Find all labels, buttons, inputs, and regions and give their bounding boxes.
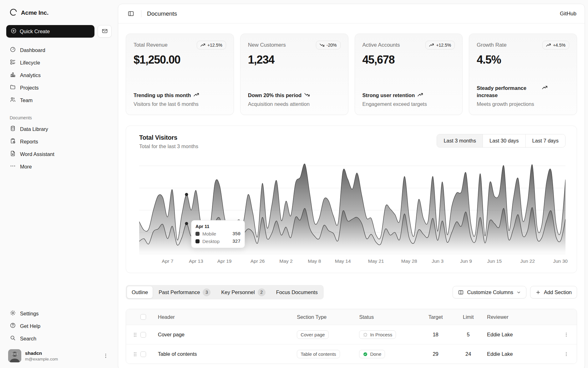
quick-create-row: Quick Create [6,25,112,38]
x-tick-label: Apr 13 [189,258,203,264]
trend-badge: +4.5% [542,41,569,49]
github-link[interactable]: GitHub [560,11,576,17]
sidebar-item-get-help[interactable]: Get Help [6,320,112,332]
user-name: shadcn [25,350,98,356]
dots-vertical-icon [103,353,109,359]
trend-badge-value: +12.5% [436,43,451,48]
chart-title: Total Visitors [139,134,198,141]
row-header-cell[interactable]: Cover page [155,332,297,338]
card-total-revenue: Total Revenue +12.5% $1,250.00 Trending … [126,34,234,115]
row-menu-button[interactable] [562,350,570,358]
row-limit-cell[interactable]: 24 [449,351,487,357]
sidebar-toggle-button[interactable] [126,9,135,18]
select-all-checkbox[interactable] [140,314,146,320]
visitors-area-chart[interactable]: Apr 11 Mobile 350 Desktop 327 [139,163,565,255]
sidebar-item-label: Dashboard [20,47,45,53]
trending-up-icon [542,86,547,90]
range-last-3-months[interactable]: Last 3 months [437,134,483,147]
trending-up-icon [200,43,205,47]
drag-handle[interactable] [130,332,140,338]
trending-down-icon [304,93,310,97]
tab-outline[interactable]: Outline [127,286,153,298]
sidebar-item-more[interactable]: More [6,160,112,173]
tooltip-row: Mobile 350 [195,231,241,236]
row-menu-button[interactable] [562,331,570,339]
tab-focus-documents[interactable]: Focus Documents [271,286,323,298]
main-panel: Documents GitHub Total Revenue +12.5% [118,4,585,368]
card-label: Growth Rate [477,41,506,48]
range-last-7-days[interactable]: Last 7 days [525,134,565,147]
row-reviewer-cell[interactable]: Eddie Lake [487,332,559,338]
sidebar-item-projects[interactable]: Projects [6,81,112,94]
tab-past-performance[interactable]: Past Performance 3 [154,286,215,298]
sidebar-item-label: More [20,164,32,170]
add-section-label: Add Section [544,289,572,295]
tab-key-personnel[interactable]: Key Personnel 2 [216,286,270,298]
row-header-cell[interactable]: Table of contents [155,351,297,357]
column-reviewer: Reviewer [487,314,559,320]
list-details-icon [10,59,16,66]
user-menu[interactable]: shadcn m@example.com [6,345,112,368]
plus-icon [535,290,541,295]
column-header: Header [155,314,297,320]
quick-create-button[interactable]: Quick Create [6,25,94,38]
column-status: Status [359,314,421,320]
row-target-cell[interactable]: 29 [422,351,450,357]
x-tick-label: May 2 [279,258,292,264]
card-growth-rate: Growth Rate +4.5% 4.5% Steady performanc… [469,34,577,115]
sections-table: Header Section Type Status Target Limit … [126,309,577,364]
row-reviewer-cell[interactable]: Eddie Lake [487,351,559,357]
page-header: Documents GitHub [118,4,585,23]
sidebar-item-team[interactable]: Team [6,94,112,106]
range-last-30-days[interactable]: Last 30 days [483,134,525,147]
trending-up-icon [194,93,199,97]
grip-icon [133,332,137,338]
page-title: Documents [147,10,177,17]
card-label: Total Revenue [134,41,168,48]
tooltip-series-value: 350 [232,231,241,236]
plus-circle-icon [11,28,17,35]
mobile-swatch [195,232,200,236]
table-row[interactable]: Cover page Cover page In Process 18 5 [126,325,577,344]
report-icon [10,138,16,145]
sidebar-item-search[interactable]: Search [6,332,112,345]
card-trend-line: Steady performance increase [477,85,569,99]
sidebar-item-lifecycle[interactable]: Lifecycle [6,56,112,69]
toolbar-actions: Customize Columns Add Section [453,286,577,298]
row-limit-cell[interactable]: 5 [449,332,487,338]
customize-columns-button[interactable]: Customize Columns [453,286,526,298]
sidebar-item-reports[interactable]: Reports [6,135,112,148]
inbox-button[interactable] [98,25,112,38]
table-row[interactable]: Table of contents Table of contents Done [126,344,577,364]
sidebar-item-analytics[interactable]: Analytics [6,69,112,81]
trending-up-icon [429,43,434,47]
row-checkbox[interactable] [140,332,146,338]
brand[interactable]: Acme Inc. [6,0,112,24]
row-checkbox[interactable] [140,351,146,357]
sidebar-item-dashboard[interactable]: Dashboard [6,44,112,56]
add-section-button[interactable]: Add Section [530,286,577,298]
sidebar-item-settings[interactable]: Settings [6,307,112,320]
sidebar-item-label: Data Library [20,126,48,132]
drag-handle[interactable] [130,351,140,357]
status-badge: In Process [359,330,396,339]
tab-label: Outline [132,289,148,295]
sidebar: Acme Inc. Quick Create [0,0,118,368]
total-visitors-card: Total Visitors Total for the last 3 mont… [126,126,577,273]
sidebar-item-label: Team [20,97,33,103]
card-footer: Steady performance increase Meets growth… [477,85,569,107]
sidebar-item-data-library[interactable]: Data Library [6,123,112,135]
select-all-checkbox-cell [140,314,155,320]
card-subtext: Acquisition needs attention [248,101,341,107]
sidebar-toggle-icon [128,10,134,17]
sidebar-item-word-assistant[interactable]: Word Assistant [6,148,112,160]
columns-icon [458,289,464,295]
user-meta: shadcn m@example.com [25,350,98,361]
status-label: Done [370,351,381,357]
row-target-cell[interactable]: 18 [422,332,450,338]
users-icon [10,96,16,104]
column-target: Target [422,314,450,320]
user-menu-dots-button[interactable] [102,352,110,360]
avatar [8,349,21,362]
tooltip-date: Apr 11 [195,224,241,229]
